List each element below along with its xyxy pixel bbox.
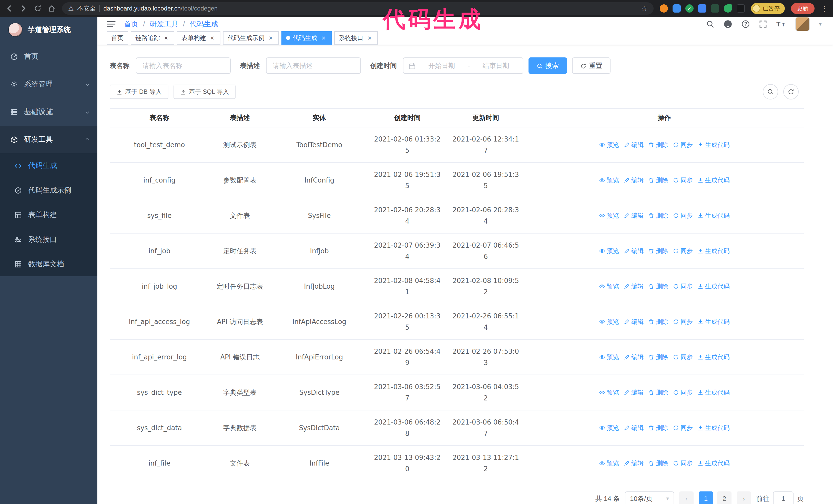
row-action-edit[interactable]: 编辑	[624, 422, 644, 433]
row-action-preview[interactable]: 预览	[599, 422, 619, 433]
sidebar-item-codegen[interactable]: 代码生成	[0, 153, 97, 178]
logo[interactable]: 芋道管理系统	[0, 17, 97, 43]
row-action-sync[interactable]: 同步	[673, 281, 693, 292]
row-action-delete[interactable]: 删除	[648, 458, 668, 469]
row-action-delete[interactable]: 删除	[648, 352, 668, 363]
tab-codegen-example[interactable]: 代码生成示例×	[223, 31, 279, 45]
sidebar-item-devtools[interactable]: 研发工具	[0, 126, 97, 153]
address-bar[interactable]: ⚠ 不安全 dashboard.yudao.iocoder.cn/tool/co…	[62, 2, 653, 15]
row-action-preview[interactable]: 预览	[599, 139, 619, 150]
row-action-edit[interactable]: 编辑	[624, 245, 644, 257]
row-action-sync[interactable]: 同步	[673, 139, 693, 150]
row-action-sync[interactable]: 同步	[673, 210, 693, 221]
row-action-sync[interactable]: 同步	[673, 422, 693, 433]
kebab-menu-icon[interactable]: ⋮	[821, 4, 828, 13]
row-action-preview[interactable]: 预览	[599, 352, 619, 363]
row-action-delete[interactable]: 删除	[648, 174, 668, 186]
row-action-preview[interactable]: 预览	[599, 458, 619, 469]
row-action-preview[interactable]: 预览	[599, 281, 619, 292]
browser-extension-icon[interactable]: ✓	[685, 4, 694, 13]
github-icon[interactable]	[723, 20, 732, 28]
tab-tracer[interactable]: 链路追踪×	[131, 31, 174, 45]
tab-api[interactable]: 系统接口×	[334, 31, 378, 45]
browser-extension-icon[interactable]	[737, 4, 745, 13]
row-action-generate-code[interactable]: 生成代码	[697, 245, 730, 257]
row-action-sync[interactable]: 同步	[673, 316, 693, 327]
row-action-sync[interactable]: 同步	[673, 387, 693, 398]
row-action-delete[interactable]: 删除	[648, 422, 668, 433]
row-action-edit[interactable]: 编辑	[624, 139, 644, 150]
reload-icon[interactable]	[34, 5, 42, 12]
row-action-generate-code[interactable]: 生成代码	[697, 139, 730, 150]
close-tab-icon[interactable]: ×	[366, 34, 373, 42]
browser-extension-icon[interactable]	[724, 4, 732, 13]
row-action-edit[interactable]: 编辑	[624, 281, 644, 292]
bookmark-star-icon[interactable]: ☆	[641, 4, 647, 13]
table-desc-input[interactable]	[266, 57, 361, 74]
row-action-preview[interactable]: 预览	[599, 387, 619, 398]
tab-home[interactable]: 首页	[106, 31, 128, 45]
row-action-generate-code[interactable]: 生成代码	[697, 316, 730, 327]
sidebar-item-api[interactable]: 系统接口	[0, 227, 97, 252]
row-action-generate-code[interactable]: 生成代码	[697, 458, 730, 469]
row-action-delete[interactable]: 删除	[648, 245, 668, 257]
breadcrumb-home[interactable]: 首页	[124, 19, 138, 29]
font-size-icon[interactable]: TT	[776, 20, 786, 28]
row-action-delete[interactable]: 删除	[648, 316, 668, 327]
row-action-generate-code[interactable]: 生成代码	[697, 422, 730, 433]
fullscreen-icon[interactable]	[759, 20, 767, 28]
row-action-edit[interactable]: 编辑	[624, 316, 644, 327]
reset-button[interactable]: 重置	[572, 57, 611, 74]
row-action-delete[interactable]: 删除	[648, 387, 668, 398]
page-size-select[interactable]: 10条/页 ▾	[625, 491, 674, 504]
row-action-preview[interactable]: 预览	[599, 316, 619, 327]
prev-page-button[interactable]: ‹	[679, 491, 694, 504]
close-tab-icon[interactable]: ×	[267, 34, 274, 42]
search-toggle-button[interactable]	[763, 84, 778, 99]
tab-form-build[interactable]: 表单构建×	[177, 31, 220, 45]
next-page-button[interactable]: ›	[737, 491, 751, 504]
row-action-edit[interactable]: 编辑	[624, 387, 644, 398]
sidebar-item-infra[interactable]: 基础设施	[0, 98, 97, 126]
row-action-generate-code[interactable]: 生成代码	[697, 352, 730, 363]
close-tab-icon[interactable]: ×	[209, 34, 216, 42]
browser-extension-icon[interactable]	[711, 4, 719, 13]
row-action-generate-code[interactable]: 生成代码	[697, 387, 730, 398]
row-action-delete[interactable]: 删除	[648, 210, 668, 221]
search-button[interactable]: 搜索	[528, 57, 567, 74]
paused-badge[interactable]: 已暂停	[751, 3, 785, 14]
row-action-preview[interactable]: 预览	[599, 245, 619, 257]
row-action-edit[interactable]: 编辑	[624, 210, 644, 221]
date-range-picker[interactable]: 开始日期 - 结束日期	[403, 57, 523, 74]
sidebar-item-system[interactable]: 系统管理	[0, 70, 97, 98]
page-button-2[interactable]: 2	[717, 491, 732, 504]
row-action-preview[interactable]: 预览	[599, 174, 619, 186]
sidebar-item-db-doc[interactable]: 数据库文档	[0, 252, 97, 277]
row-action-delete[interactable]: 删除	[648, 281, 668, 292]
row-action-sync[interactable]: 同步	[673, 245, 693, 257]
row-action-generate-code[interactable]: 生成代码	[697, 174, 730, 186]
row-action-sync[interactable]: 同步	[673, 174, 693, 186]
row-action-delete[interactable]: 删除	[648, 139, 668, 150]
avatar-caret-icon[interactable]: ▾	[819, 21, 822, 27]
home-icon[interactable]	[48, 4, 56, 13]
row-action-edit[interactable]: 编辑	[624, 352, 644, 363]
back-icon[interactable]	[5, 4, 13, 13]
import-sql-button[interactable]: 基于 SQL 导入	[173, 85, 236, 99]
table-name-input[interactable]	[136, 57, 231, 74]
close-tab-icon[interactable]: ×	[320, 34, 327, 42]
tab-codegen[interactable]: 代码生成×	[281, 31, 332, 45]
row-action-sync[interactable]: 同步	[673, 458, 693, 469]
row-action-edit[interactable]: 编辑	[624, 458, 644, 469]
forward-icon[interactable]	[20, 4, 28, 13]
sidebar-item-codegen-example[interactable]: 代码生成示例	[0, 178, 97, 202]
browser-extension-icon[interactable]	[660, 4, 668, 13]
page-button-1[interactable]: 1	[699, 491, 713, 504]
import-db-button[interactable]: 基于 DB 导入	[110, 85, 168, 99]
refresh-button[interactable]	[783, 84, 799, 99]
sidebar-item-home[interactable]: 首页	[0, 43, 97, 70]
breadcrumb-devtools[interactable]: 研发工具	[150, 19, 178, 29]
search-icon[interactable]	[706, 20, 714, 28]
row-action-sync[interactable]: 同步	[673, 352, 693, 363]
sidebar-item-form-build[interactable]: 表单构建	[0, 202, 97, 227]
